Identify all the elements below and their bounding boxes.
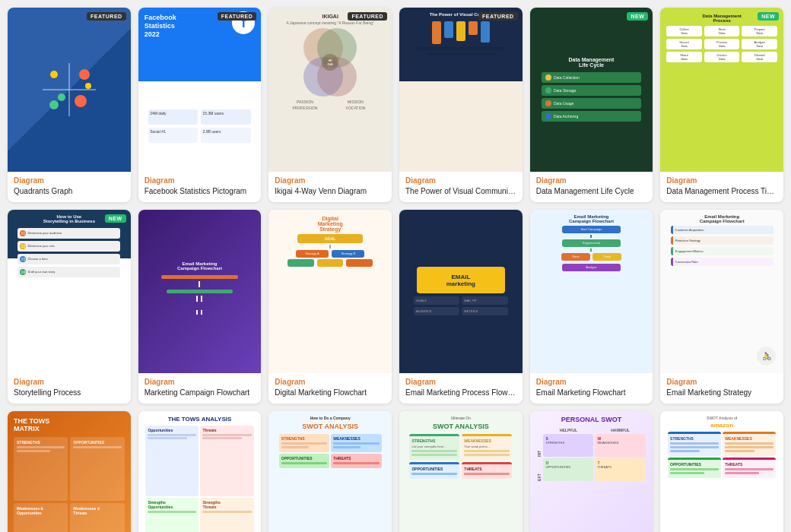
card-tows-matrix[interactable]: THE TOWSMATRIX STRENGTHS OPPORTUNITIES W…	[8, 411, 131, 532]
card-category: Diagram	[405, 378, 516, 386]
badge-new: NEW	[758, 12, 779, 21]
card-category: Diagram	[536, 378, 647, 386]
svg-point-7	[58, 93, 65, 101]
card-title: Storytelling Process	[14, 388, 125, 397]
card-title: Ikigai 4-Way Venn Diagram	[275, 186, 386, 196]
card-swot-company[interactable]: How to Do a Company SWOT ANALYSIS STRENG…	[268, 411, 392, 532]
card-email-strategy[interactable]: Email MarketingCampaign Flowchart Custom…	[660, 210, 783, 404]
card-category: Diagram	[666, 176, 777, 185]
card-title: Data Management Life Cycle	[536, 186, 647, 196]
badge-featured: FEATURED	[218, 12, 257, 21]
card-title: Email Marketing Process Flowc...	[405, 388, 516, 397]
card-quadrants-graph[interactable]: FEATURED Diagram Quadrants Graph	[8, 8, 131, 202]
svg-point-2	[50, 71, 58, 78]
card-category: Diagram	[14, 176, 125, 185]
card-title: Marketing Campaign Flowchart	[145, 388, 256, 397]
card-title: Facebook Statistics Pictogram	[145, 186, 256, 196]
card-facebook-statistics[interactable]: FEATURED FacebookStatistics2022 f 24M da…	[138, 8, 262, 202]
card-title: Email Marketing Flowchart	[536, 388, 647, 397]
card-title: The Power of Visual Communica...	[405, 186, 516, 196]
card-tows-analysis[interactable]: THE TOWS ANALYSIS Opportunities Threats …	[138, 411, 262, 532]
card-category: Diagram	[145, 378, 256, 386]
card-title: Digital Marketing Flowchart	[275, 388, 386, 397]
card-swot-analysis[interactable]: Ultimate On SWOT ANALYSIS STRENGTHS List…	[399, 411, 523, 532]
quadrants-icon	[39, 59, 100, 120]
badge-featured: FEATURED	[87, 12, 126, 21]
card-visual-comm[interactable]: FEATURED The Power of Visual Comm... Dia…	[399, 8, 523, 202]
card-email-flow[interactable]: Email MarketingCampaign Flowchart Start …	[530, 210, 653, 404]
card-title: Quadrants Graph	[14, 186, 125, 196]
card-category: Diagram	[536, 176, 647, 185]
card-data-process[interactable]: NEW Data ManagementProcess CollectData S…	[660, 8, 783, 202]
card-storytelling[interactable]: NEW How to UseStorytelling in Business 0…	[8, 210, 131, 404]
card-title: Data Management Process Time...	[666, 186, 777, 196]
badge-new: NEW	[627, 12, 648, 21]
card-category: Diagram	[275, 378, 386, 386]
card-email-process[interactable]: EMAILmarketing GOALS MAIL TIP AUDIENCE M…	[399, 210, 523, 404]
card-digital-marketing[interactable]: DigitalMarketingStrategy GOAL Strategy A…	[268, 210, 392, 404]
card-marketing-flowchart[interactable]: Email MarketingCampaign Flowchart	[138, 210, 262, 404]
card-amazon-swot[interactable]: SWOT Analysis of amazon STRENGTHS WEAKNE…	[660, 411, 783, 532]
card-personal-swot[interactable]: PERSONAL SWOT HELPFUL HARMFUL INT S STRE…	[530, 411, 653, 532]
card-category: Diagram	[14, 378, 125, 386]
svg-point-6	[85, 83, 91, 89]
badge-featured: FEATURED	[478, 12, 518, 21]
fb-title: FacebookStatistics2022	[145, 14, 176, 38]
card-data-life[interactable]: NEW Data ManagementLife Cycle Data Colle…	[530, 8, 653, 202]
card-category: Diagram	[275, 176, 386, 185]
card-category: Diagram	[666, 378, 777, 386]
card-grid: FEATURED Diagram Quadrants Graph	[0, 0, 791, 532]
card-title: Email Marketing Strategy	[666, 388, 777, 397]
badge-featured: FEATURED	[348, 12, 387, 21]
card-category: Diagram	[405, 176, 516, 185]
svg-point-4	[49, 100, 59, 109]
card-category: Diagram	[145, 176, 256, 185]
svg-point-3	[79, 69, 90, 80]
card-ikigai[interactable]: FEATURED IKIGAI A Japanese concept meani…	[268, 8, 392, 202]
badge-new: NEW	[105, 214, 126, 223]
svg-point-5	[75, 95, 87, 107]
